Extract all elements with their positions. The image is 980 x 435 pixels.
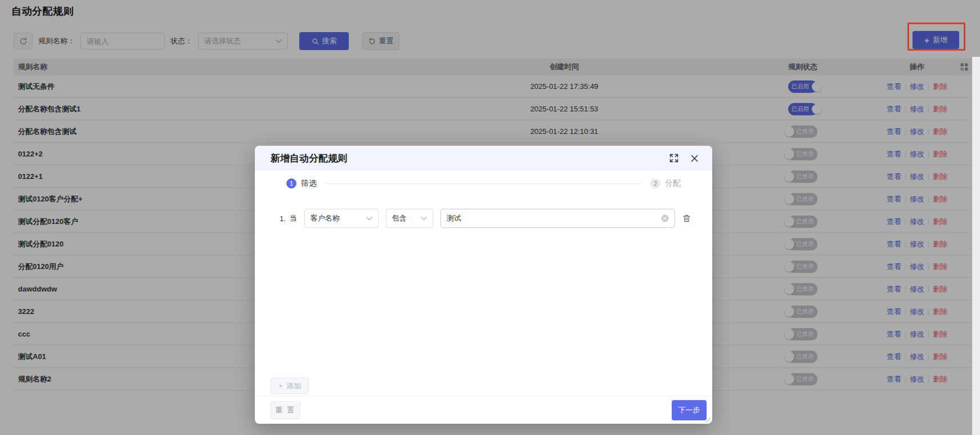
field-select[interactable]: 客户名称	[304, 209, 379, 228]
keyword-input[interactable]	[447, 214, 661, 223]
plus-icon: +	[278, 382, 283, 390]
dialog-header: 新增自动分配规则	[255, 146, 712, 171]
dialog-title: 新增自动分配规则	[271, 152, 660, 165]
scrollbar-track[interactable]	[972, 57, 980, 435]
chevron-down-icon	[362, 217, 372, 221]
add-rule-dialog: 新增自动分配规则 1 筛选 2 分配	[255, 146, 712, 424]
dialog-footer: 重 置 下一步	[255, 396, 712, 424]
step-connector	[326, 183, 641, 184]
step-filter: 1 筛选	[286, 178, 317, 189]
add-condition-button[interactable]: + 添加	[271, 378, 309, 394]
operator-select[interactable]: 包含	[386, 209, 433, 228]
dialog-body: 1 筛选 2 分配 1. 当 客户名称 包含	[255, 171, 712, 396]
condition-row: 1. 当 客户名称 包含	[280, 209, 691, 228]
chevron-down-icon	[416, 217, 427, 221]
clear-input-icon[interactable]	[661, 214, 669, 222]
next-step-button[interactable]: 下一步	[672, 400, 707, 420]
condition-index: 1.	[280, 214, 286, 223]
keyword-field	[440, 209, 675, 228]
close-icon[interactable]	[687, 151, 701, 165]
condition-when-label: 当	[290, 213, 297, 223]
fullscreen-icon[interactable]	[667, 151, 681, 165]
modal-reset-button[interactable]: 重 置	[270, 401, 300, 419]
step-assign: 2 分配	[650, 178, 681, 189]
delete-condition-icon[interactable]	[682, 214, 691, 223]
step-indicator: 1 筛选 2 分配	[255, 171, 712, 189]
